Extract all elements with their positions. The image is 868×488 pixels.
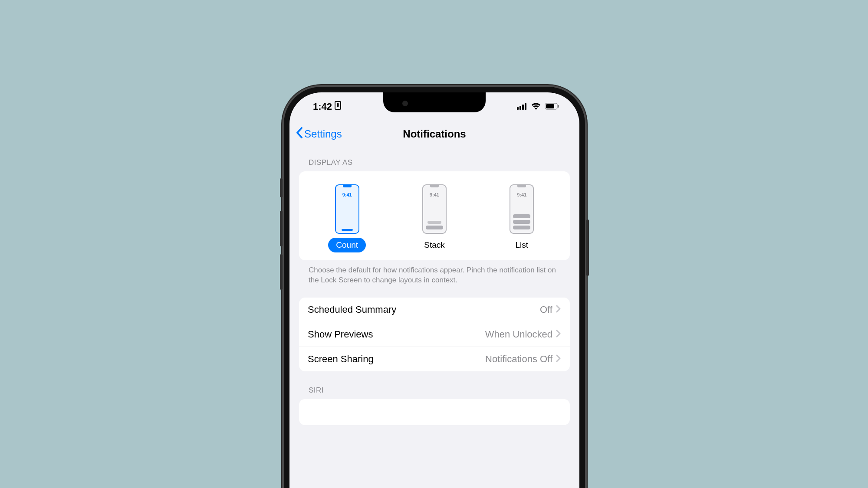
show-previews-row[interactable]: Show Previews When Unlocked xyxy=(299,322,570,347)
chevron-left-icon xyxy=(296,127,303,141)
page-title: Notifications xyxy=(403,128,466,140)
row-value: When Unlocked xyxy=(485,329,552,340)
display-as-card: 9:41 Count 9:41 xyxy=(299,171,570,260)
stack-preview-icon: 9:41 xyxy=(422,184,447,234)
chevron-right-icon xyxy=(556,329,561,340)
back-label: Settings xyxy=(304,128,342,140)
screen-sharing-row[interactable]: Screen Sharing Notifications Off xyxy=(299,347,570,371)
volume-up-button xyxy=(280,211,283,246)
navigation-bar: Settings Notifications xyxy=(289,121,579,147)
svg-rect-4 xyxy=(522,105,524,110)
svg-rect-1 xyxy=(337,103,339,107)
count-label: Count xyxy=(328,238,366,252)
mute-switch xyxy=(280,178,283,197)
svg-rect-7 xyxy=(546,104,554,108)
siri-card xyxy=(299,399,570,425)
row-value: Notifications Off xyxy=(485,354,552,365)
row-label: Show Previews xyxy=(308,329,373,340)
battery-icon xyxy=(545,101,559,112)
phone-screen: 1:42 xyxy=(289,92,579,488)
stack-label: Stack xyxy=(416,238,453,252)
svg-rect-5 xyxy=(525,103,526,110)
back-button[interactable]: Settings xyxy=(296,127,342,141)
content-area: Settings Notifications DISPLAY AS 9:41 xyxy=(289,121,579,488)
portrait-lock-icon xyxy=(335,101,341,112)
chevron-right-icon xyxy=(556,354,561,365)
power-button xyxy=(586,219,589,276)
phone-frame: 1:42 xyxy=(282,85,587,488)
display-option-stack[interactable]: 9:41 Stack xyxy=(395,184,473,252)
display-option-list[interactable]: 9:41 List xyxy=(483,184,561,252)
row-value: Off xyxy=(540,304,552,315)
wifi-icon xyxy=(531,101,541,112)
row-label: Scheduled Summary xyxy=(308,304,396,315)
svg-rect-3 xyxy=(519,106,521,110)
scroll-content[interactable]: DISPLAY AS 9:41 Count xyxy=(289,147,579,425)
chevron-right-icon xyxy=(556,304,561,315)
siri-row-partial[interactable] xyxy=(299,399,570,425)
svg-rect-8 xyxy=(558,105,559,108)
cellular-icon xyxy=(517,101,527,112)
list-preview-icon: 9:41 xyxy=(510,184,534,234)
list-label: List xyxy=(508,238,536,252)
display-as-footer: Choose the default for how notifications… xyxy=(299,260,570,298)
display-as-header: DISPLAY AS xyxy=(299,158,570,171)
scheduled-summary-row[interactable]: Scheduled Summary Off xyxy=(299,298,570,322)
status-time: 1:42 xyxy=(313,101,332,112)
siri-header: SIRI xyxy=(299,386,570,399)
row-label: Screen Sharing xyxy=(308,354,374,365)
settings-list-card: Scheduled Summary Off Show Previews When… xyxy=(299,298,570,371)
svg-rect-2 xyxy=(517,107,519,110)
display-option-count[interactable]: 9:41 Count xyxy=(308,184,386,252)
notch xyxy=(383,92,486,112)
volume-down-button xyxy=(280,254,283,290)
count-preview-icon: 9:41 xyxy=(335,184,359,234)
